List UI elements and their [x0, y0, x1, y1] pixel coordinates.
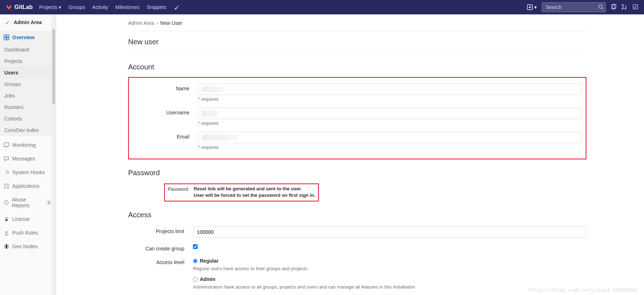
svg-point-15 [5, 217, 8, 219]
svg-point-1 [599, 5, 602, 8]
radio-regular[interactable] [193, 259, 198, 263]
input-username[interactable] [198, 108, 581, 119]
sidebar-item-push-rules[interactable]: Push Rules [0, 226, 56, 240]
nav-activity[interactable]: Activity [92, 4, 108, 10]
breadcrumb-root[interactable]: Admin Area [128, 20, 154, 26]
overview-icon [4, 35, 9, 40]
nav-primary: Projects ▾ Groups Activity Milestones Sn… [39, 4, 179, 10]
plus-square-icon [527, 4, 533, 10]
page-title: New user [128, 31, 586, 54]
password-info: Reset link will be generated and sent to… [194, 186, 315, 199]
label-email: Email [133, 132, 198, 140]
geo-icon [4, 244, 9, 249]
todos-icon[interactable] [632, 4, 638, 11]
sidebar-section-overview[interactable]: Overview [0, 31, 56, 44]
license-icon [4, 216, 9, 222]
sidebar-title[interactable]: Admin Area [0, 14, 56, 31]
svg-rect-9 [4, 143, 9, 146]
abuse-icon [4, 200, 9, 205]
section-access-title: Access [128, 201, 586, 223]
svg-rect-13 [7, 187, 9, 188]
desc-regular: Regular users have access to their group… [193, 264, 586, 271]
input-name[interactable] [198, 83, 581, 95]
sidebar-item-monitoring[interactable]: Monitoring [0, 138, 56, 152]
hint-name-required: * required [198, 95, 581, 102]
gitlab-logo-icon [6, 4, 12, 10]
sidebar-item-abuse-reports[interactable]: Abuse Reports0 [0, 193, 56, 212]
redacted-name [202, 86, 223, 93]
label-projects-limit: Projects limit [128, 226, 193, 234]
label-name: Name [133, 83, 198, 91]
svg-rect-5 [4, 35, 6, 37]
nav-groups[interactable]: Groups [68, 4, 85, 10]
sidebar-item-dashboard[interactable]: Dashboard [0, 44, 56, 55]
hint-username-required: * required [198, 119, 581, 126]
section-account-title: Account [128, 54, 586, 76]
desc-admin: Administrators have access to all groups… [193, 283, 586, 290]
search-input[interactable] [542, 2, 606, 12]
sidebar-item-runners[interactable]: Runners [0, 101, 56, 113]
svg-rect-7 [4, 38, 6, 40]
svg-rect-6 [7, 35, 9, 37]
input-projects-limit[interactable] [193, 226, 586, 238]
chevron-down-icon: ▾ [59, 4, 61, 10]
sidebar-item-messages[interactable]: Messages [0, 152, 56, 165]
sidebar: Admin Area Overview Dashboard Projects U… [0, 14, 56, 295]
svg-rect-8 [7, 38, 9, 40]
checkbox-can-create-group[interactable] [193, 244, 198, 249]
svg-rect-12 [4, 187, 6, 188]
redacted-username [202, 110, 218, 117]
wrench-icon [4, 19, 11, 26]
main-content: Admin Area › New User New user Account N… [56, 14, 644, 295]
svg-rect-10 [4, 184, 6, 185]
sidebar-item-system-hooks[interactable]: System Hooks [0, 165, 56, 179]
merge-requests-icon[interactable] [622, 4, 627, 11]
breadcrumb: Admin Area › New User [128, 14, 586, 31]
radio-admin[interactable] [193, 277, 198, 282]
label-username: Username [133, 108, 198, 115]
chevron-right-icon: › [156, 20, 158, 26]
label-regular: Regular [200, 258, 219, 264]
nav-snippets[interactable]: Snippets [147, 4, 166, 10]
search-icon[interactable] [598, 4, 604, 11]
nav-admin-wrench[interactable] [174, 4, 179, 10]
hint-email-required: * required [198, 143, 581, 150]
hook-icon [4, 169, 9, 175]
input-email[interactable] [198, 132, 581, 143]
issues-icon[interactable] [611, 4, 617, 11]
sidebar-item-projects[interactable]: Projects [0, 55, 56, 67]
push-icon [4, 230, 9, 236]
sidebar-item-groups[interactable]: Groups [0, 78, 56, 90]
account-highlight-box: Name * required Username * required [128, 77, 586, 159]
sidebar-item-users[interactable]: Users [0, 67, 56, 78]
redacted-email [202, 135, 238, 141]
label-admin: Admin [200, 276, 216, 282]
section-password-title: Password [128, 159, 586, 181]
wrench-icon [174, 4, 179, 10]
scrollbar-thumb[interactable] [52, 29, 55, 104]
sidebar-item-license[interactable]: License [0, 212, 56, 226]
nav-right: ▾ [527, 2, 638, 12]
scrollbar[interactable] [51, 14, 56, 295]
label-access-level: Access level [128, 257, 193, 265]
sidebar-item-applications[interactable]: Applications [0, 179, 56, 193]
nav-milestones[interactable]: Milestones [116, 4, 140, 10]
sidebar-item-jobs[interactable]: Jobs [0, 90, 56, 101]
label-password: Password [168, 186, 194, 199]
brand-text: GitLab [14, 4, 33, 10]
top-navbar: GitLab Projects ▾ Groups Activity Milest… [0, 0, 644, 14]
password-highlight-box: Password Reset link will be generated an… [164, 183, 319, 201]
apps-icon [4, 183, 9, 189]
brand[interactable]: GitLab [6, 4, 33, 10]
new-button[interactable]: ▾ [527, 4, 537, 10]
messages-icon [4, 156, 9, 162]
label-can-create-group: Can create group [128, 244, 193, 251]
sidebar-item-convdev[interactable]: ConvDev Index [0, 124, 56, 136]
sidebar-item-geo-nodes[interactable]: Geo Nodes [0, 240, 56, 253]
sidebar-item-cohorts[interactable]: Cohorts [0, 113, 56, 124]
breadcrumb-current: New User [160, 20, 182, 26]
svg-rect-11 [7, 184, 9, 185]
chevron-down-icon: ▾ [534, 4, 537, 10]
monitor-icon [4, 142, 9, 148]
nav-projects[interactable]: Projects ▾ [39, 4, 62, 10]
